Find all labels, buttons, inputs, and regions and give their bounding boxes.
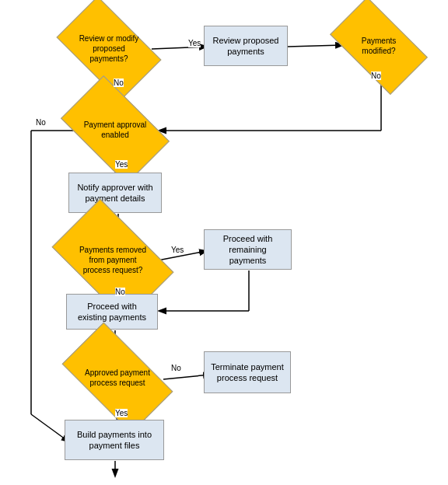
payments-modified-label: Payments modified?: [347, 33, 411, 59]
payments-modified-diamond: Payments modified?: [330, 0, 428, 95]
flowchart-diagram: Review or modify proposed payments? Revi…: [0, 0, 448, 485]
svg-line-1: [288, 45, 342, 47]
notify-approver-label: Notify approver with payment details: [75, 182, 155, 204]
svg-line-7: [31, 414, 68, 441]
payments-removed-label: Payments removed from payment process re…: [72, 242, 154, 278]
no1-label: No: [114, 79, 124, 87]
proceed-existing-label: Proceed with existing payments: [73, 301, 151, 323]
yes1-label: Yes: [188, 39, 201, 47]
approved-request-label: Approved payment process request: [79, 365, 156, 391]
yes-approval-label: Yes: [115, 160, 128, 169]
review-modify-label: Review or modify proposed payments?: [74, 30, 144, 67]
yes-removed-label: Yes: [171, 246, 184, 254]
proceed-remaining-box: Proceed with remaining payments: [204, 229, 292, 270]
terminate-label: Terminate payment process request: [211, 361, 284, 384]
review-proposed-label: Review proposed payments: [211, 35, 281, 58]
no-approval-label: No: [36, 118, 46, 127]
payment-approval-label: Payment approval enabled: [79, 117, 151, 143]
proceed-remaining-label: Proceed with remaining payments: [211, 233, 285, 267]
no-approved-label: No: [171, 364, 181, 372]
build-payments-label: Build payments into payment files: [72, 429, 157, 452]
notify-approver-box: Notify approver with payment details: [68, 173, 162, 213]
review-proposed-box: Review proposed payments: [204, 26, 288, 66]
yes-approved-label: Yes: [115, 409, 128, 417]
terminate-box: Terminate payment process request: [204, 351, 291, 393]
no-removed-label: No: [115, 288, 125, 296]
proceed-existing-box: Proceed with existing payments: [66, 294, 158, 330]
svg-line-17: [163, 375, 210, 379]
build-payments-box: Build payments into payment files: [65, 420, 164, 460]
no2-label: No: [371, 72, 381, 80]
